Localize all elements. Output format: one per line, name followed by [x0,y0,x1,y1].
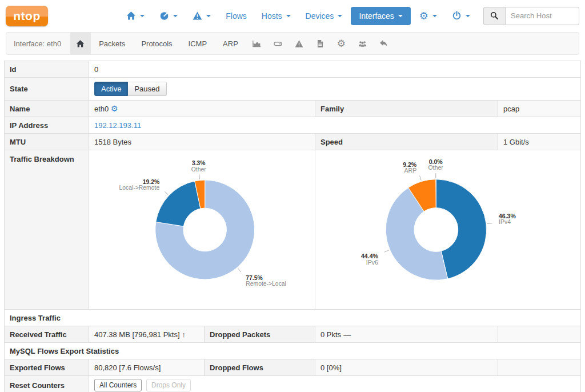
interface-context-label: Interface: eth0 [6,39,70,48]
slice-name-label-ipv4: IPv4 [499,218,511,225]
state-toggle: Active Paused [94,82,167,96]
nav-hosts[interactable]: Hosts [255,7,297,25]
gear-icon: ⚙ [419,11,428,21]
search-input[interactable] [505,7,579,25]
mtu-label: MTU [5,134,89,150]
table-row: Id 0 [5,61,581,78]
label-tick [165,191,168,195]
ntop-logo[interactable]: ntop [6,6,48,26]
gear-icon[interactable]: ⚙ [111,104,118,113]
name-value: eth0 ⚙ [89,101,315,117]
minus-icon: — [343,330,351,339]
dashboard-menu[interactable] [153,7,184,25]
nav-interfaces-active[interactable]: Interfaces [351,7,410,25]
users-icon [358,39,367,48]
interface-details-table: Id 0 State Active Paused Name eth0 ⚙ Fam… [4,61,581,392]
chevron-down-icon [338,15,342,17]
search-icon [490,11,499,20]
state-paused-button[interactable]: Paused [128,82,166,96]
received-traffic-label: Received Traffic [5,326,89,343]
nav-interfaces-label: Interfaces [359,11,394,21]
name-label: Name [5,101,89,117]
traffic-protocol-chart-cell: 46.3%IPv444.4%IPv69.2%ARP0.0%Other [315,150,581,310]
donut-slice-local-remote [156,181,201,226]
chevron-down-icon [140,15,145,17]
gauge-icon [159,11,169,21]
slice-name-label-other: Other [191,166,206,173]
traffic-direction-chart-cell: 77.5%Remote->Local19.2%Local->Remote3.3%… [89,150,315,310]
tab-charts[interactable] [246,39,267,48]
file-text-icon [316,39,324,48]
traffic-protocol-donut-chart: 46.3%IPv444.4%IPv69.2%ARP0.0%Other [320,153,575,306]
ip-label: IP Address [5,117,89,134]
tab-report[interactable] [310,39,331,48]
chevron-down-icon [466,15,470,17]
label-tick [384,250,389,252]
arrow-up-icon: ↑ [182,330,186,339]
table-row: Exported Flows 80,820 [7.6 Flows/s] Drop… [5,359,581,376]
ip-address-link[interactable]: 192.12.193.11 [94,121,141,130]
section-header-row: MySQL Flows Export Statistics [5,343,581,359]
traffic-breakdown-row: Traffic Breakdown 77.5%Remote->Local19.2… [5,150,581,310]
received-traffic-text: 407.38 MB [796,981 Pkts] [94,330,180,339]
home-menu[interactable] [120,7,151,25]
traffic-direction-donut-chart: 77.5%Remote->Local19.2%Local->Remote3.3%… [94,153,310,306]
nav-flows[interactable]: Flows [219,7,253,25]
traffic-breakdown-label: Traffic Breakdown [5,150,89,310]
logo-text: ntop [13,9,40,23]
power-icon [452,11,462,21]
label-tick [487,223,492,224]
tab-alerts[interactable] [289,39,310,48]
alert-triangle-icon [295,39,303,48]
exported-flows-value: 80,820 [7.6 Flows/s] [89,359,205,376]
undo-arrow-icon [379,39,388,48]
slice-name-label-remote-local: Remote->Local [246,281,286,287]
chevron-down-icon [286,15,291,17]
family-value: pcap [498,101,581,117]
slice-name-label-ipv6: IPv6 [366,259,378,266]
received-traffic-value: 407.38 MB [796,981 Pkts]↑ [89,326,205,343]
slice-percent-label-remote-local: 77.5% [246,275,262,281]
interface-toolbar: Interface: eth0 Packets Protocols ICMP A… [6,32,579,55]
slice-name-label-local-remote: Local->Remote [119,185,160,191]
tab-packets[interactable]: Packets [91,39,133,48]
tab-storage[interactable] [267,39,289,48]
slice-percent-label-other: 3.3% [192,160,206,166]
tab-arp[interactable]: ARP [215,39,246,48]
nav-flows-label: Flows [226,11,247,21]
reset-all-counters-button[interactable]: All Counters [94,379,142,391]
state-active-button[interactable]: Active [94,82,128,96]
search-button[interactable] [483,7,505,25]
tab-icmp[interactable]: ICMP [181,39,215,48]
power-menu[interactable] [446,7,476,25]
reset-drops-only-button[interactable]: Drops Only [146,379,191,391]
exported-flows-label: Exported Flows [5,359,89,376]
gear-icon: ⚙ [337,39,346,49]
top-navbar: ntop Flows Hosts Devices Interfaces ⚙ [0,0,585,31]
ingress-traffic-header: Ingress Traffic [5,310,581,326]
tab-protocols[interactable]: Protocols [133,39,180,48]
hdd-icon [274,39,282,48]
reset-counters-label: Reset Counters [5,376,89,392]
label-tick [199,174,200,179]
ip-value: 192.12.193.11 [89,117,581,134]
dropped-packets-label: Dropped Packets [205,326,315,343]
dropped-packets-value: 0 Pkts— [315,326,498,343]
mysql-export-header: MySQL Flows Export Statistics [5,343,581,359]
host-search [483,7,579,25]
table-row: Name eth0 ⚙ Family pcap [5,101,581,117]
state-label: State [5,78,89,101]
dropped-flows-value: 0 [0%] [315,359,498,376]
chevron-down-icon [432,15,437,17]
alerts-menu[interactable] [186,7,217,25]
tab-home-active[interactable] [70,33,91,54]
speed-value: 1 Gbit/s [498,134,581,150]
area-chart-icon [253,39,261,48]
nav-devices[interactable]: Devices [299,7,349,25]
tab-back[interactable] [373,39,394,48]
settings-menu[interactable]: ⚙ [413,7,443,25]
nav-hosts-label: Hosts [262,11,282,21]
tab-users[interactable] [352,39,373,48]
id-label: Id [5,61,89,78]
tab-settings[interactable]: ⚙ [331,39,352,49]
